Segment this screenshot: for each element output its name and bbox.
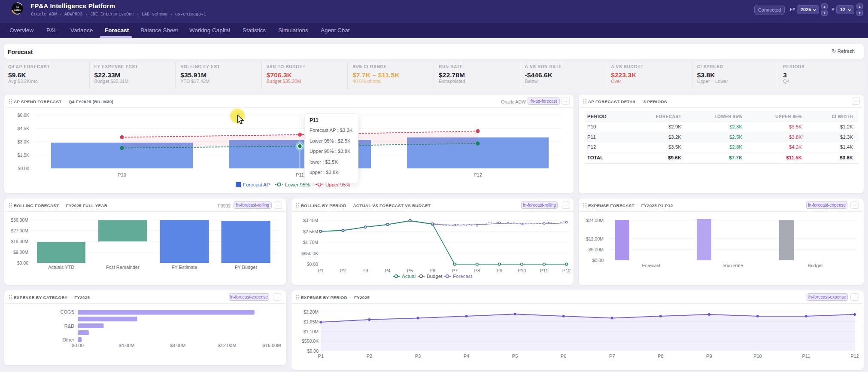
svg-text:P12: P12 bbox=[850, 354, 859, 359]
svg-text:$1.70M: $1.70M bbox=[303, 240, 318, 245]
svg-text:P3: P3 bbox=[362, 268, 368, 273]
svg-text:Fcst Remainder: Fcst Remainder bbox=[106, 265, 140, 270]
svg-text:no: no bbox=[16, 5, 19, 8]
svg-text:$0.00: $0.00 bbox=[72, 343, 84, 348]
svg-text:sales: sales bbox=[14, 8, 21, 11]
svg-text:$4.00M: $4.00M bbox=[119, 343, 135, 348]
svg-text:P12: P12 bbox=[473, 172, 482, 177]
svg-text:P1: P1 bbox=[318, 354, 324, 359]
svg-text:P4: P4 bbox=[464, 354, 469, 359]
svg-text:$1.10M: $1.10M bbox=[303, 329, 319, 334]
svg-text:P11: P11 bbox=[802, 354, 810, 359]
svg-text:$0.00: $0.00 bbox=[307, 348, 319, 354]
svg-text:P9: P9 bbox=[706, 354, 712, 359]
svg-text:P2: P2 bbox=[367, 354, 372, 359]
svg-text:$2.20M: $2.20M bbox=[303, 309, 319, 314]
svg-text:$1.5K: $1.5K bbox=[18, 152, 29, 158]
svg-text:Budget: Budget bbox=[427, 274, 443, 279]
svg-text:$9.00M: $9.00M bbox=[13, 250, 28, 255]
svg-text:P6: P6 bbox=[429, 268, 435, 273]
svg-text:P10: P10 bbox=[518, 268, 526, 273]
svg-text:$0.00: $0.00 bbox=[307, 262, 318, 267]
svg-text:P12: P12 bbox=[562, 268, 571, 273]
svg-text:P11: P11 bbox=[540, 268, 548, 273]
svg-text:$4.5K: $4.5K bbox=[18, 126, 29, 131]
svg-text:P7: P7 bbox=[609, 354, 615, 359]
svg-text:$18.00M: $18.00M bbox=[11, 239, 28, 244]
svg-text:$3.40M: $3.40M bbox=[303, 218, 318, 223]
svg-text:P5: P5 bbox=[512, 354, 518, 359]
svg-text:$36.00M: $36.00M bbox=[11, 217, 28, 223]
svg-text:Forecast: Forecast bbox=[453, 274, 473, 279]
svg-text:P10: P10 bbox=[753, 354, 762, 359]
svg-text:P4: P4 bbox=[385, 268, 390, 273]
svg-text:P8: P8 bbox=[474, 268, 480, 273]
svg-text:$0.00: $0.00 bbox=[592, 258, 604, 263]
svg-text:$3.0K: $3.0K bbox=[18, 139, 29, 144]
svg-text:R&D: R&D bbox=[64, 323, 74, 329]
svg-text:$16.00M: $16.00M bbox=[263, 343, 281, 348]
svg-text:$850.0K: $850.0K bbox=[301, 251, 318, 256]
svg-text:$1.65M: $1.65M bbox=[303, 319, 319, 324]
svg-text:$24.00M: $24.00M bbox=[586, 218, 604, 223]
svg-text:P1: P1 bbox=[318, 268, 323, 273]
svg-text:$0.00: $0.00 bbox=[17, 260, 28, 265]
svg-text:P5: P5 bbox=[407, 268, 413, 273]
svg-text:P3: P3 bbox=[415, 354, 421, 359]
svg-text:$12.00M: $12.00M bbox=[218, 343, 237, 348]
svg-text:P9: P9 bbox=[497, 268, 502, 273]
svg-text:$6.0K: $6.0K bbox=[18, 113, 29, 118]
svg-text:P2: P2 bbox=[340, 268, 346, 273]
svg-text:Run Rate: Run Rate bbox=[723, 263, 743, 268]
svg-text:$12.00M: $12.00M bbox=[586, 236, 604, 241]
svg-text:P8: P8 bbox=[658, 354, 663, 359]
svg-text:COGS: COGS bbox=[61, 309, 74, 314]
svg-text:Actual: Actual bbox=[402, 274, 416, 279]
svg-text:FY Estimate: FY Estimate bbox=[172, 265, 197, 270]
svg-text:$8.00M: $8.00M bbox=[170, 343, 186, 348]
svg-text:Budget: Budget bbox=[808, 263, 823, 268]
svg-text:P11: P11 bbox=[296, 172, 304, 177]
svg-text:Other: Other bbox=[62, 337, 74, 342]
svg-text:P10: P10 bbox=[118, 172, 126, 177]
svg-text:$6.00M: $6.00M bbox=[589, 247, 604, 252]
svg-text:P6: P6 bbox=[561, 354, 566, 359]
svg-text:Actuals YTD: Actuals YTD bbox=[48, 265, 74, 270]
svg-text:Forecast: Forecast bbox=[642, 263, 661, 268]
svg-text:P7: P7 bbox=[452, 268, 457, 273]
svg-text:$2.55M: $2.55M bbox=[303, 229, 318, 234]
svg-text:$27.00M: $27.00M bbox=[11, 228, 28, 233]
svg-text:FY Budget: FY Budget bbox=[235, 265, 257, 270]
svg-text:Forecast AP: Forecast AP bbox=[243, 182, 270, 187]
svg-text:$0.00: $0.00 bbox=[18, 166, 29, 171]
svg-text:$550.0K: $550.0K bbox=[302, 338, 319, 344]
